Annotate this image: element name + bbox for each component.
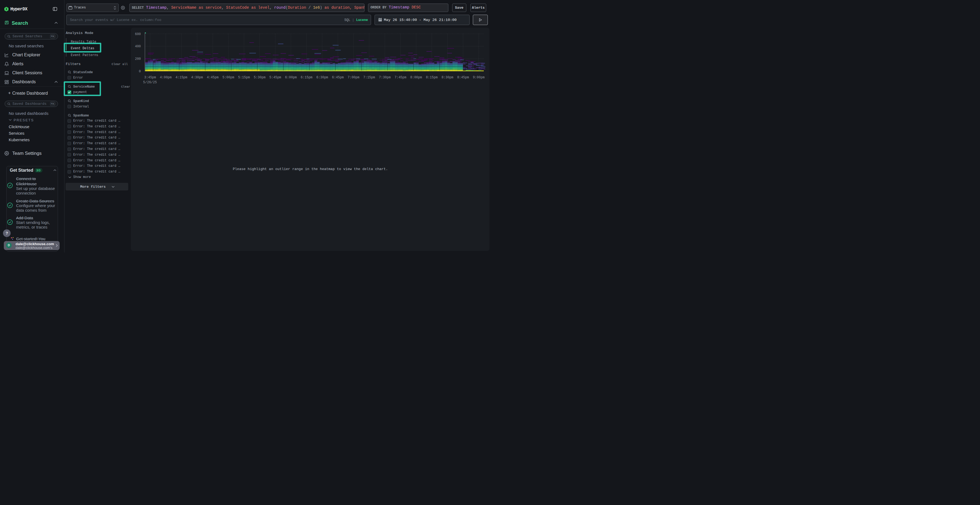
svg-text:Please highlight an outlier ra: Please highlight an outlier range in the… [233,167,388,171]
svg-text:7:00pm: 7:00pm [348,76,360,79]
svg-text:6:45pm: 6:45pm [332,76,344,79]
svg-text:8:45pm: 8:45pm [457,76,469,79]
svg-text:7:30pm: 7:30pm [379,76,391,79]
svg-text:8:30pm: 8:30pm [442,76,453,79]
svg-text:5:00pm: 5:00pm [223,76,234,79]
svg-text:400: 400 [135,44,141,48]
svg-text:600: 600 [135,32,141,36]
svg-text:7:15pm: 7:15pm [363,76,375,79]
svg-text:5:30pm: 5:30pm [254,76,266,79]
svg-text:9:00pm: 9:00pm [473,76,485,79]
svg-text:6:30pm: 6:30pm [316,76,328,79]
svg-text:4:30pm: 4:30pm [191,76,203,79]
svg-text:8:00pm: 8:00pm [410,76,422,79]
svg-text:6:15pm: 6:15pm [301,76,312,79]
svg-text:4:45pm: 4:45pm [207,76,219,79]
svg-text:3:45pm: 3:45pm [144,76,156,79]
svg-text:200: 200 [135,57,141,61]
svg-text:8:15pm: 8:15pm [426,76,438,79]
svg-text:0: 0 [139,70,141,73]
svg-text:5:15pm: 5:15pm [238,76,250,79]
svg-text:6:00pm: 6:00pm [285,76,297,79]
svg-text:5/26/25: 5/26/25 [143,81,157,84]
svg-text:7:45pm: 7:45pm [395,76,406,79]
svg-text:4:15pm: 4:15pm [176,76,187,79]
svg-text:5:45pm: 5:45pm [269,76,281,79]
svg-text:4:00pm: 4:00pm [160,76,172,79]
